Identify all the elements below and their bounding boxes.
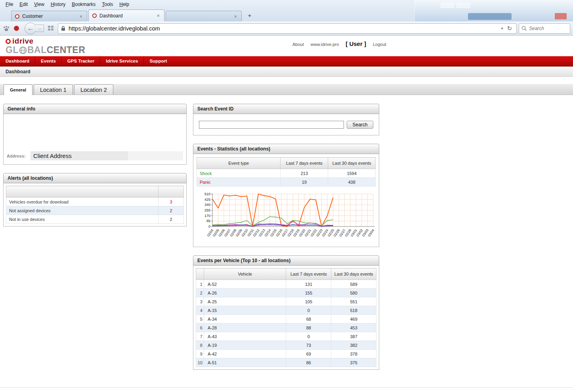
paw-extension-icon[interactable] xyxy=(3,25,10,32)
vehicle-id[interactable]: A-42 xyxy=(204,350,286,358)
vehicle-header-cell xyxy=(196,268,204,280)
url-bar[interactable]: ▾ ↻ xyxy=(58,23,517,34)
vehicle-id[interactable]: A-34 xyxy=(204,315,286,323)
nav-item[interactable]: GPS Tracker xyxy=(62,56,100,66)
panel-title: Events - Statistics (all locations) xyxy=(193,144,379,154)
tab-label: Location 1 xyxy=(40,87,67,93)
tab-close-icon[interactable]: × xyxy=(156,13,160,19)
last30-value: 438 xyxy=(328,178,376,186)
browser-search-input[interactable] xyxy=(529,26,565,31)
menu-item[interactable]: Edit xyxy=(16,1,31,8)
panel-title: Alerts (all locations) xyxy=(3,173,187,183)
back-button[interactable]: ← xyxy=(25,23,36,34)
vehicle-row: 4 A-15 0 518 xyxy=(196,306,376,315)
browser-tab-dashboard[interactable]: Dashboard × xyxy=(88,10,164,21)
forward-button[interactable]: → xyxy=(36,25,44,32)
bookmarks-panel-icon[interactable] xyxy=(48,26,53,31)
vehicle-rank: 1 xyxy=(196,280,204,289)
vehicle-id[interactable]: A-25 xyxy=(204,297,286,306)
vehicle-id[interactable]: A-51 xyxy=(204,358,286,367)
stats-header-cell: Event type xyxy=(197,158,281,169)
stats-header-cell: Last 30 days events xyxy=(328,158,376,169)
event-type[interactable]: Panic xyxy=(197,178,281,186)
svg-text:425: 425 xyxy=(204,198,210,202)
dashboard-content: General info Address: Client Address Ale… xyxy=(0,95,573,378)
alert-label: Not assigned devices xyxy=(6,206,159,215)
vehicle-id[interactable]: A-43 xyxy=(204,332,286,341)
breadcrumb: Dashboard xyxy=(0,67,573,77)
record-extension-icon[interactable] xyxy=(14,26,19,31)
about-link[interactable]: About xyxy=(292,42,304,47)
last7-value: 0 xyxy=(286,332,331,341)
vehicle-id[interactable]: A-52 xyxy=(204,280,286,289)
alert-count: 3 xyxy=(159,198,184,206)
last30-value: 469 xyxy=(331,315,376,323)
tab-general[interactable]: General xyxy=(4,84,32,95)
vehicle-row: 6 A-28 88 453 xyxy=(196,323,376,332)
svg-text:0: 0 xyxy=(208,225,210,228)
tab-close-icon[interactable]: × xyxy=(233,13,238,19)
vehicle-id[interactable]: A-19 xyxy=(204,341,286,350)
nav-item[interactable]: Events xyxy=(35,56,62,66)
client-address-value: Client Address xyxy=(31,151,183,160)
alerts-table: Vehicles overdue for download 3 Not assi… xyxy=(6,186,184,224)
vehicle-id[interactable]: A-28 xyxy=(204,323,286,332)
menu-item[interactable]: View xyxy=(31,1,48,8)
tab-location-2[interactable]: Location 2 xyxy=(74,84,113,95)
vehicle-header-cell: Vehicle xyxy=(204,268,286,280)
stats-rows: Shock 213 1594 Panic 19 438 xyxy=(197,169,376,186)
browser-tab-blank[interactable]: × xyxy=(166,11,242,21)
browser-tab-customer[interactable]: Customer × xyxy=(11,11,87,21)
new-tab-button[interactable]: + xyxy=(244,11,255,20)
reload-icon[interactable]: ↻ xyxy=(505,25,514,32)
browser-tab-label: Dashboard xyxy=(99,13,153,19)
alerts-header-cell xyxy=(159,186,184,198)
logout-link[interactable]: Logout xyxy=(373,42,386,47)
search-button[interactable]: Search xyxy=(347,121,373,129)
stats-row: Panic 19 438 xyxy=(197,178,376,186)
url-dropdown-icon[interactable]: ▾ xyxy=(499,26,505,30)
site-header: idrive GL BAL CENTER About www.idrive.pr… xyxy=(0,36,573,56)
svg-text:03/04: 03/04 xyxy=(367,228,375,237)
event-id-input[interactable] xyxy=(199,121,344,129)
stats-row: Shock 213 1594 xyxy=(197,169,376,178)
vehicle-rank: 5 xyxy=(196,315,204,323)
browser-search-box[interactable] xyxy=(519,23,570,34)
vehicle-row: 1 A-52 131 589 xyxy=(196,280,376,289)
last7-value: 68 xyxy=(286,315,331,323)
menu-item[interactable]: Tools xyxy=(99,1,116,8)
svg-text:85: 85 xyxy=(206,219,210,223)
url-input[interactable] xyxy=(69,25,499,32)
user-label: [ User ] xyxy=(346,40,366,47)
idrive-pro-link[interactable]: www.idrive.pro xyxy=(311,42,339,47)
tab-close-icon[interactable]: × xyxy=(78,13,83,19)
last30-value: 589 xyxy=(331,280,376,289)
menu-item[interactable]: History xyxy=(48,1,69,8)
idrive-favicon xyxy=(92,13,97,18)
last7-value: 131 xyxy=(286,280,331,289)
vehicle-id[interactable]: A-26 xyxy=(204,289,286,297)
alerts-header-cell xyxy=(6,186,159,198)
search-icon xyxy=(521,26,527,31)
nav-item[interactable]: Support xyxy=(144,56,172,66)
general-info-panel: General info Address: Client Address xyxy=(3,104,187,165)
menu-item[interactable]: Bookmarks xyxy=(69,1,99,8)
tab-label: General xyxy=(10,88,26,92)
last7-value: 0 xyxy=(286,306,331,315)
nav-item[interactable]: Idrive Services xyxy=(100,56,144,66)
event-type[interactable]: Shock xyxy=(197,169,281,178)
tab-label: Location 2 xyxy=(80,87,107,93)
last7-value: 155 xyxy=(286,289,331,297)
vehicle-id[interactable]: A-15 xyxy=(204,306,286,315)
menu-item[interactable]: Help xyxy=(116,1,132,8)
nav-item[interactable]: Dashboard xyxy=(0,56,35,66)
last30-value: 580 xyxy=(331,289,376,297)
alert-row: Vehicles overdue for download 3 xyxy=(6,198,184,206)
tab-location-1[interactable]: Location 1 xyxy=(34,84,73,95)
events-chart: 08517025534042551002/0402/0502/0602/0702… xyxy=(197,192,376,245)
browser-navbar: ← → ▾ ↻ xyxy=(0,21,573,36)
page-footer-line xyxy=(0,387,573,392)
menu-item[interactable]: File xyxy=(2,1,16,8)
svg-text:255: 255 xyxy=(204,208,210,212)
main-nav: DashboardEventsGPS TrackerIdrive Service… xyxy=(0,56,573,67)
